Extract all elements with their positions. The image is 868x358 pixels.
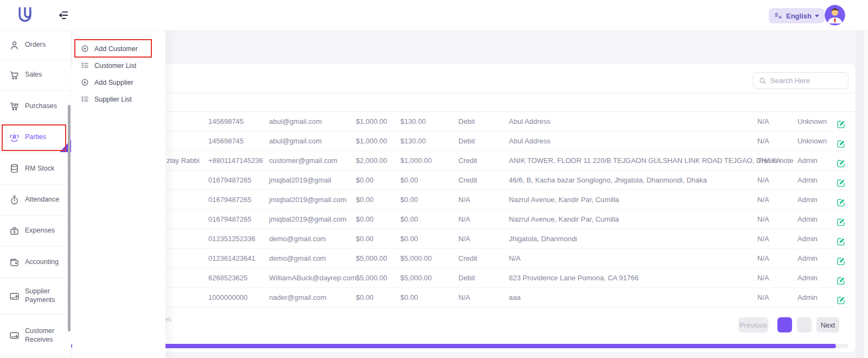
search-icon [758, 77, 767, 85]
page-number-button[interactable] [797, 317, 812, 332]
page-gutter [856, 31, 864, 358]
cell-address: Jhigatola, Dhanmondi [509, 229, 577, 249]
cell-opening-balance: $0.00 [400, 210, 418, 229]
sidebar-item[interactable]: Supplier Payments [0, 278, 71, 315]
person-icon [9, 40, 20, 51]
cell-action [837, 112, 846, 131]
svg-text:$: $ [14, 230, 16, 234]
sidebar-item[interactable]: Purchases [0, 91, 71, 122]
flyout-item[interactable]: Add Customer [72, 40, 165, 57]
cell-opening-balance: $130.00 [400, 112, 426, 131]
edit-icon[interactable] [837, 293, 846, 302]
cell-opening-balance: $1,000.00 [400, 151, 432, 171]
translate-icon: A [774, 12, 783, 20]
cell-opening-balance: $0.00 [400, 229, 418, 249]
cell-note: N/A [757, 190, 769, 210]
cell-action [837, 249, 846, 268]
sidebar-item[interactable]: RM Stock [0, 153, 71, 185]
parties-table-card: Search Here 145698745 abul@gmail.com $1,… [71, 64, 856, 352]
app-logo[interactable] [16, 5, 34, 26]
edit-icon[interactable] [837, 195, 846, 204]
edit-icon[interactable] [837, 254, 846, 263]
flyout-item[interactable]: Customer List [72, 57, 165, 74]
page-number-button[interactable] [777, 317, 792, 332]
cell-phone: 145698745 [208, 131, 244, 151]
cell-address: 823 Providence Lane Pomona, CA 91766 [509, 268, 639, 288]
cell-balance-type: Credit [458, 249, 477, 268]
sidebar-item[interactable]: $ Expenses [0, 216, 71, 247]
cell-balance-type: Credit [458, 171, 477, 190]
edit-icon[interactable] [837, 273, 846, 282]
edit-icon[interactable] [837, 234, 846, 243]
cell-address: N/A [509, 249, 521, 268]
language-selector[interactable]: A English [769, 8, 825, 23]
cart-icon [9, 70, 20, 81]
cell-action [837, 190, 846, 210]
user-avatar[interactable] [825, 5, 845, 26]
cell-added-by: Admin [797, 268, 818, 288]
cell-phone: 012351252336 [208, 229, 256, 249]
sidebar-item[interactable]: Sales [0, 60, 71, 91]
cell-note: N/A [757, 288, 769, 307]
cell-balance-type: Debit [458, 131, 475, 151]
horizontal-scrollbar-track[interactable] [71, 344, 848, 348]
collapse-sidebar-icon[interactable] [58, 9, 69, 21]
cell-opening-balance: $5,000.00 [400, 268, 432, 288]
cell-email: abul@gmail.com [269, 131, 322, 151]
cell-credit-limit: $1,000.00 [356, 131, 387, 151]
cell-address: Nazrul Avenue, Kandir Par, Cumilla [509, 190, 619, 210]
search-input[interactable]: Search Here [753, 72, 848, 89]
cell-credit-limit: $1,000.00 [356, 112, 387, 131]
sidebar-item-label: Customer Receives [25, 327, 67, 344]
sidebar-item[interactable]: Customer Receives [0, 315, 71, 357]
svg-text:A: A [778, 14, 782, 18]
cell-action [837, 131, 846, 151]
flyout-item-label: Customer List [94, 62, 136, 70]
page-scroll-area[interactable] [864, 31, 868, 358]
table-row: zlay Rabbi +8801147145236 customer@gmail… [71, 151, 848, 171]
sidebar-item-label: Supplier Payments [25, 287, 67, 304]
cell-opening-balance: $0.00 [400, 190, 418, 210]
edit-icon[interactable] [837, 136, 846, 146]
parties-icon [9, 132, 20, 143]
edit-icon[interactable] [837, 215, 846, 224]
cell-added-by: Admin [797, 171, 818, 190]
sidebar-item-label: Expenses [25, 227, 55, 235]
cell-email: demo@gmail.com [269, 249, 326, 268]
chevron-down-icon [815, 15, 819, 17]
cell-credit-limit: $2,000.00 [356, 151, 387, 171]
edit-icon[interactable] [837, 175, 846, 185]
sidebar-item[interactable]: Orders [0, 31, 71, 60]
sidebar-item[interactable]: Accounting [0, 247, 71, 278]
table-row: 6268523625 WilliamABuck@dayrep.com $5,00… [71, 268, 848, 288]
language-label: English [786, 12, 812, 20]
table-row: 01679487265 jmiqbal2019@gmail.com $0.00 … [71, 210, 848, 229]
flyout-item-label: Add Customer [94, 45, 138, 53]
cell-note: N/A [757, 210, 769, 229]
cell-note: N/A [757, 131, 769, 151]
flyout-item[interactable]: Add Supplier [72, 74, 165, 91]
edit-icon[interactable] [837, 156, 846, 165]
sidebar-item[interactable]: Attendance [0, 185, 71, 216]
previous-page-button[interactable]: Previous [738, 317, 768, 332]
pagination: Previous Next [738, 317, 839, 332]
edit-icon[interactable] [837, 117, 846, 126]
cell-added-by: Admin [797, 249, 818, 268]
cell-note: N/A [757, 171, 769, 190]
next-page-button[interactable]: Next [816, 317, 839, 332]
cell-action [837, 229, 846, 249]
sidebar-scrollbar-thumb[interactable] [68, 105, 71, 331]
cell-balance-type: Debit [458, 112, 475, 131]
cell-email: nader@gmail.com [269, 288, 327, 307]
sidebar-item-label: Attendance [25, 196, 59, 204]
flyout-item[interactable]: Supplier List [72, 91, 165, 108]
cell-action [837, 288, 846, 307]
cell-phone: +8801147145236 [208, 151, 263, 171]
cell-email: customer@gmail.com [269, 151, 337, 171]
cell-phone: 145698745 [208, 112, 244, 131]
horizontal-scrollbar-thumb[interactable] [71, 344, 836, 348]
table-header-row [71, 93, 856, 112]
sidebar-item-label: RM Stock [25, 165, 54, 173]
cell-credit-limit: $0.00 [356, 190, 374, 210]
cell-phone: 01679487265 [208, 171, 252, 190]
